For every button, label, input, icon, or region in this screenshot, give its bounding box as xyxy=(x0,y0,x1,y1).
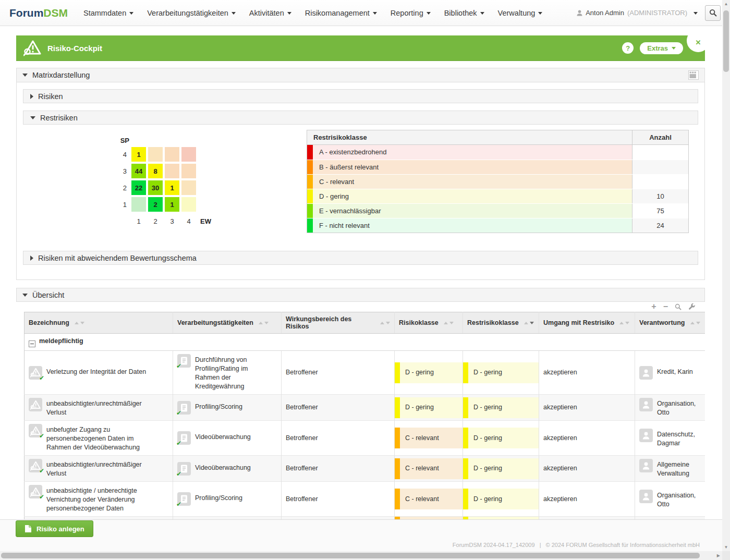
restrisikoklasse-cell: D - gering xyxy=(463,482,539,517)
col-anzahl: Anzahl xyxy=(632,130,688,144)
class-color-indicator xyxy=(307,160,313,174)
matrix-cell[interactable]: 1 xyxy=(165,180,179,195)
matrix-cell[interactable] xyxy=(165,147,179,162)
col-umgang-mit-restrisiko[interactable]: Umgang mit Restrisiko xyxy=(539,312,635,334)
scroll-right-icon[interactable]: ▶ xyxy=(717,551,720,560)
class-count xyxy=(632,175,688,189)
collapse-group-icon[interactable] xyxy=(29,340,35,347)
chevron-down-icon xyxy=(373,12,377,15)
menu-aktivitaeten[interactable]: Aktivitäten xyxy=(249,9,291,17)
vertical-scroll-thumb[interactable] xyxy=(723,10,729,72)
person-icon xyxy=(639,490,653,503)
class-color-indicator xyxy=(307,218,313,233)
app-logo[interactable]: ForumDSM xyxy=(9,7,68,19)
close-cockpit-button[interactable]: ✕ xyxy=(687,29,710,52)
scroll-down-icon[interactable]: ▼ xyxy=(722,543,730,551)
horizontal-scrollbar[interactable]: ▶ xyxy=(0,551,722,560)
top-navbar: ForumDSM Stammdaten Verarbeitungstätigke… xyxy=(0,0,730,26)
matrix-cell[interactable] xyxy=(165,164,179,178)
checkmark-icon: ✔ xyxy=(176,500,181,509)
chevron-down-icon xyxy=(427,12,431,15)
residual-class-badge: D - gering xyxy=(463,428,539,448)
class-color-indicator xyxy=(463,397,468,418)
section-matrixdarstellung[interactable]: Matrixdarstellung xyxy=(17,68,704,82)
class-label: B - äußerst relevant xyxy=(313,160,632,174)
matrix-cell[interactable]: 1 xyxy=(131,147,146,162)
handling-cell: akzeptieren xyxy=(539,351,635,395)
class-label: E - vernachlässigbar xyxy=(313,204,632,218)
table-search-icon[interactable] xyxy=(675,303,682,310)
col-wirkungsbereich[interactable]: Wirkungsbereich des Risikos xyxy=(282,312,395,334)
scroll-up-icon[interactable]: ▲ xyxy=(722,0,730,8)
section-restrisiken[interactable]: Restrisiken xyxy=(23,111,698,125)
menu-reporting[interactable]: Reporting xyxy=(391,9,431,17)
create-risk-button[interactable]: Risiko anlegen xyxy=(16,520,93,537)
matrix-cell[interactable]: 1 xyxy=(165,197,179,212)
section-risiken[interactable]: Risiken xyxy=(23,89,698,103)
global-search-button[interactable] xyxy=(705,5,721,21)
collapse-all-icon[interactable]: − xyxy=(663,303,668,310)
menu-risikomanagement[interactable]: Risikomanagement xyxy=(305,9,377,17)
scope-cell: Betroffener xyxy=(282,456,395,482)
matrix-x-axis-label: EW xyxy=(198,217,217,225)
menu-stammdaten[interactable]: Stammdaten xyxy=(83,9,133,17)
responsible-name: Datenschutz, Dagmar xyxy=(657,429,701,448)
matrix-cell[interactable] xyxy=(181,197,196,212)
risk-class-badge: C - relevant xyxy=(395,458,463,479)
table-row[interactable]: ✔ Verletzung der Integrität der Daten ✔ … xyxy=(25,351,705,395)
col-bezeichnung[interactable]: Bezeichnung xyxy=(25,312,173,334)
risk-name: unbeabsichtigter/unrechtmäßiger Verlust xyxy=(46,398,151,417)
matrix-cell[interactable]: 22 xyxy=(131,180,146,195)
rest-class-row: C - relevant xyxy=(307,174,688,189)
layout-icon[interactable] xyxy=(688,70,699,80)
vertical-scrollbar[interactable]: ▲ ▼ xyxy=(722,0,730,551)
matrix-cell[interactable] xyxy=(181,164,196,178)
col-verarbeitungstaetigkeiten[interactable]: Verarbeitungstätigkeiten xyxy=(173,312,282,334)
horizontal-scroll-thumb[interactable] xyxy=(1,553,700,558)
user-menu[interactable]: Anton Admin (ADMINISTRATOR) xyxy=(577,9,698,17)
table-row[interactable]: ✔ unbefugter Zugang zu personenbezogenen… xyxy=(25,421,705,456)
class-label: F - nicht relevant xyxy=(313,218,632,233)
menu-verarbeitungstaetigkeiten[interactable]: Verarbeitungstätigkeiten xyxy=(147,9,236,17)
scrollbar-corner xyxy=(722,551,730,560)
matrix-cell[interactable]: 30 xyxy=(148,180,163,195)
table-row[interactable]: ✔ unbeabsichtigter/unrechtmäßiger Verlus… xyxy=(25,395,705,421)
extras-button[interactable]: Extras xyxy=(640,42,683,54)
class-count xyxy=(632,160,688,174)
matrix-col-label: 3 xyxy=(165,217,179,225)
matrix-col-label: 4 xyxy=(181,217,196,225)
group-row-meldepflichtig[interactable]: meldepflichtig xyxy=(25,334,705,351)
menu-bibliothek[interactable]: Bibliothek xyxy=(444,9,484,17)
matrix-cell[interactable] xyxy=(131,197,146,212)
activity-name: Videoüberwachung xyxy=(195,431,251,442)
risk-class-badge: D - gering xyxy=(395,397,463,418)
section-abweichendes-bewertungsschema[interactable]: Risiken mit abweichendem Bewertungsschem… xyxy=(23,251,698,265)
matrix-cell[interactable]: 44 xyxy=(131,164,146,178)
matrix-cell[interactable]: 8 xyxy=(148,164,163,178)
matrix-cell[interactable]: 2 xyxy=(148,197,163,212)
col-restrisikoklasse[interactable]: Restrisikoklasse xyxy=(463,312,539,334)
risk-icon: ✔ xyxy=(29,398,42,411)
help-button[interactable]: ? xyxy=(622,42,634,54)
person-icon xyxy=(639,398,653,411)
matrix-cell[interactable] xyxy=(181,180,196,195)
col-verantwortung[interactable]: Verantwortung xyxy=(635,312,705,334)
matrix-cell[interactable] xyxy=(148,147,163,162)
table-row[interactable]: ✔ unbeabsichtigter/unrechtmäßiger Verlus… xyxy=(25,456,705,482)
class-color-indicator xyxy=(463,489,468,509)
col-risikoklasse[interactable]: Risikoklasse xyxy=(395,312,463,334)
chevron-down-icon xyxy=(480,12,484,15)
class-label: A - existenzbedrohend xyxy=(313,145,632,160)
collapse-icon xyxy=(22,74,28,77)
expand-all-icon[interactable]: + xyxy=(651,303,656,310)
menu-verwaltung[interactable]: Verwaltung xyxy=(498,9,543,17)
expand-icon xyxy=(30,255,33,261)
section-uebersicht[interactable]: Übersicht xyxy=(16,288,705,302)
table-settings-icon[interactable] xyxy=(688,303,696,310)
sort-icons-active xyxy=(524,322,534,324)
risk-name: Verletzung der Integrität der Daten xyxy=(46,366,146,376)
risk-class-badge: D - gering xyxy=(395,362,463,383)
table-row[interactable]: ✔ unbeabsichtigte / unberechtigte Vernic… xyxy=(25,482,705,517)
matrix-cell[interactable] xyxy=(181,147,196,162)
class-count: 10 xyxy=(632,189,688,203)
